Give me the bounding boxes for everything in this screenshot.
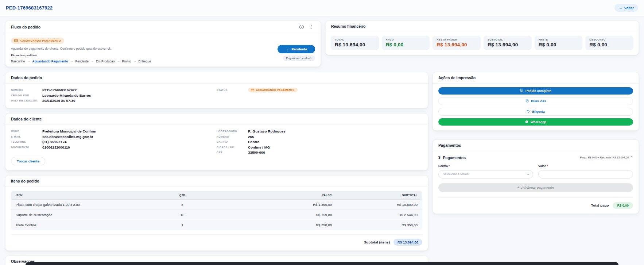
tile-desconto: DESCONTO R$ 0,00 [585,36,633,50]
flow-step-arrow-icon: → [133,59,136,63]
field-numero: NÚMERO PED-1769683167922 [11,88,217,92]
credit-card-icon [251,89,254,91]
whatsapp-icon [525,120,528,123]
tile-label: RESTA PAGAR [437,38,477,41]
field-documento: DOCUMENTO 01006232000110 [11,145,217,150]
back-button[interactable]: ← Voltar [614,4,638,12]
field-value: 29/01/2026 às 07:39 [42,99,75,103]
cell-valor: R$ 159,00 [215,213,332,217]
tile-value: R$ 0,00 [539,42,579,47]
flow-step: Entregue [138,59,151,63]
field-value: 01006232000110 [42,145,70,149]
payments-summary: Pago: R$ 0,00 • Restante: R$ 13.694,00 [580,156,629,159]
order-status-label: AGUARDANDO PAGAMENTO [256,89,295,91]
payments-card: Pagamentos $ Pagamentos Pago: R$ 0,00 • … [432,139,639,214]
field-label: NOME [11,130,42,132]
table-row: Frete Confins 1 R$ 350,00 R$ 350,00 [11,220,422,230]
cell-item: Frete Confins [16,223,150,227]
flow-step-arrow-icon: → [91,59,94,63]
flow-steps: Rascunho → Aguardando Pagamento → Penden… [11,59,151,63]
cell-subtotal: R$ 10.800,00 [332,203,418,207]
tile-label: SUBTOTAL [488,38,528,41]
field-value: R. Gustavo Rodrigues [248,129,286,133]
field-label: CEP [217,151,248,154]
cell-qtd: 8 [150,203,215,207]
help-icon[interactable]: ? [299,25,304,29]
advance-status-button[interactable]: → Pendente [278,45,315,53]
total-paid-value: R$ 0,00 [613,202,633,209]
cell-item: Suporte de sustentação [16,213,150,217]
field-value: Leonardo Miranda de Barros [42,93,91,97]
flow-step: Pronto [122,59,131,63]
forma-label: Forma * [438,164,533,168]
more-options-icon[interactable]: ⋮ [308,24,315,30]
field-label: BAIRRO [217,141,248,143]
field-label: DATA DE CRIAÇÃO [11,99,42,102]
total-paid-label: Total pago [591,203,609,207]
field-value: Confins / MG [248,145,270,149]
flow-step: Em Producao [96,59,115,63]
field-label: NÚMERO [11,89,42,91]
payment-pending-hint: Pagamento pendente [283,55,315,61]
status-badge-label: AGUARDANDO PAGAMENTO [20,39,61,42]
print-actions-title: Ações de impressão [438,76,476,80]
back-arrow-icon: ← [619,6,622,10]
cell-subtotal: R$ 350,00 [332,223,418,227]
tile-label: TOTAL [335,38,375,41]
column-header-qtd: QTD [150,194,215,196]
main-content: Fluxo do pedido ? ⋮ AGUARDANDO PAGAMENTO… [0,16,644,265]
flow-step-active: Aguardando Pagamento [32,59,68,63]
print-label-label: Etiqueta [532,110,545,114]
tile-frete: FRETE R$ 0,00 [535,36,583,50]
arrow-right-icon: → [286,47,289,51]
print-two-copies-button[interactable]: Duas vias [438,97,633,105]
column-header-item: ITEM [16,194,150,196]
field-value: Prefeitura Municipal de Confins [42,129,96,133]
order-flow-card: Fluxo do pedido ? ⋮ AGUARDANDO PAGAMENTO… [5,20,321,67]
add-payment-button[interactable]: + Adicionar pagamento [438,183,633,192]
whatsapp-label: WhatsApp [531,120,547,124]
print-label-button[interactable]: Etiqueta [438,108,633,116]
payment-method-select[interactable]: Selecione a forma ▾ [438,170,533,178]
print-full-order-button[interactable]: Pedido completo [438,87,633,95]
bottom-bar [26,262,618,265]
flow-step: Rascunho [11,59,25,63]
tile-value: R$ 13.694,00 [335,42,375,47]
flow-steps-label: Fluxo dos pedidos [11,54,151,57]
whatsapp-button[interactable]: WhatsApp [438,118,633,126]
cell-item: Placa com chapa galvanizada 1.20 x 2.00 [16,203,150,207]
valor-label: Valor * [538,164,633,168]
top-bar: PED-1769683167922 ← Voltar [0,0,644,16]
divider [438,197,633,198]
financial-summary-card: Resumo financeiro TOTAL R$ 13.694,00 PAG… [325,20,639,55]
flow-step: Pendente [75,59,89,63]
credit-card-icon [14,39,18,42]
advance-status-label: Pendente [291,47,307,51]
field-status: STATUS AGUARDANDO PAGAMENTO [217,88,422,92]
flow-step-arrow-icon: → [70,59,73,63]
tile-total: TOTAL R$ 13.694,00 [331,36,379,50]
field-telefone: TELEFONE (31) 3686-1174 [11,139,217,144]
tile-label: FRETE [539,38,579,41]
tile-resta-pagar: RESTA PAGAR R$ 13.694,00 [432,36,481,50]
cell-valor: R$ 350,00 [215,223,332,227]
payments-section-title: Pagamentos [443,155,466,160]
payments-title: Pagamentos [438,143,461,147]
order-status-badge: AGUARDANDO PAGAMENTO [248,88,298,92]
tile-subtotal: SUBTOTAL R$ 13.694,00 [484,36,532,50]
field-logradouro: LOGRADOURO R. Gustavo Rodrigues [217,129,422,134]
field-cep: CEP 33500-000 [217,150,422,155]
customer-data-title: Dados do cliente [11,117,42,121]
flow-step-arrow-icon: → [117,59,120,63]
change-customer-button[interactable]: Trocar cliente [11,157,45,165]
caret-down-icon: ▾ [527,173,529,176]
chevron-up-icon[interactable]: ⌃ [630,156,633,160]
field-label: TELEFONE [11,141,42,143]
flow-step-arrow-icon: → [27,59,30,63]
field-label: DOCUMENTO [11,146,42,149]
items-subtotal-value: R$ 13.694,00 [393,239,422,246]
field-value: PED-1769683167922 [42,88,77,92]
payment-value-input[interactable] [538,170,633,178]
items-subtotal-label: Subtotal (itens) [364,240,390,244]
field-value: sec.obras@confins.mg.gov.br [42,135,93,139]
